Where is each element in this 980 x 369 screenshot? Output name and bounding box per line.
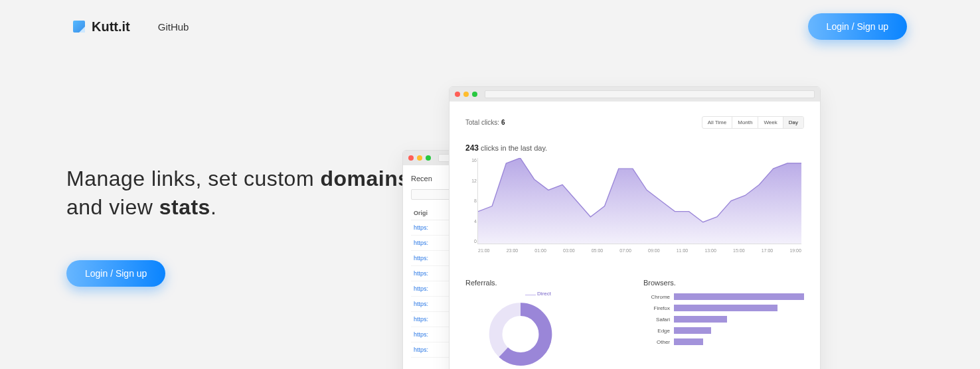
sub-charts: Referrals. Direct Browsers. ChromeFirefo… xyxy=(465,279,804,366)
bar-label: Other xyxy=(643,339,670,345)
bar xyxy=(674,327,711,334)
login-signup-button[interactable]: Login / Sign up xyxy=(808,13,907,40)
close-icon xyxy=(408,155,414,161)
link-cell[interactable]: https: xyxy=(414,285,428,292)
window-titlebar xyxy=(449,87,820,102)
bar-label: Safari xyxy=(643,317,670,323)
address-bar xyxy=(485,90,815,98)
x-tick: 11:00 xyxy=(677,248,689,253)
stats-body: Total clicks: 6 All TimeMonthWeekDay 243… xyxy=(449,102,820,369)
link-cell[interactable]: https: xyxy=(414,346,428,353)
clicks-summary-value: 243 xyxy=(465,143,479,153)
total-clicks-value: 6 xyxy=(501,119,505,126)
stats-header: Total clicks: 6 All TimeMonthWeekDay xyxy=(465,116,804,129)
x-tick: 03:00 xyxy=(563,248,575,253)
referrals-chart: Referrals. Direct xyxy=(465,279,623,366)
clicks-summary-suffix: clicks in the last day. xyxy=(479,144,547,152)
maximize-icon xyxy=(472,92,477,97)
x-tick: 17:00 xyxy=(762,248,774,253)
preview-area: Recen Origi https:https:https:https:http… xyxy=(402,86,827,369)
y-tick: 12 xyxy=(466,179,477,183)
bar-row: Edge xyxy=(643,327,804,334)
bar-row: Chrome xyxy=(643,293,804,300)
hero-line2-bold: stats xyxy=(159,195,210,219)
bar-row: Safari xyxy=(643,316,804,323)
y-tick: 0 xyxy=(466,239,477,244)
time-range-picker: All TimeMonthWeekDay xyxy=(702,116,804,129)
time-range-option[interactable]: Week xyxy=(758,117,782,128)
clicks-summary: 243 clicks in the last day. xyxy=(465,143,804,153)
hero-cta: Login / Sign up xyxy=(66,260,412,287)
browsers-title: Browsers. xyxy=(643,279,804,287)
donut-direct-label: Direct xyxy=(537,291,551,297)
referrals-donut: Direct xyxy=(484,293,557,366)
total-clicks-label: Total clicks: xyxy=(465,119,501,126)
y-tick: 8 xyxy=(466,198,477,203)
bar xyxy=(674,293,804,300)
bar-label: Firefox xyxy=(643,305,670,311)
browsers-chart: Browsers. ChromeFirefoxSafariEdgeOther xyxy=(643,279,804,366)
close-icon xyxy=(455,92,460,97)
referrals-title: Referrals. xyxy=(465,279,623,287)
link-cell[interactable]: https: xyxy=(414,240,428,246)
minimize-icon xyxy=(417,155,422,161)
time-range-option[interactable]: Day xyxy=(783,117,803,128)
minimize-icon xyxy=(463,92,469,97)
hero-headline: Manage links, set custom domains and vie… xyxy=(66,165,412,222)
time-range-option[interactable]: All Time xyxy=(702,117,732,128)
link-cell[interactable]: https: xyxy=(414,331,428,338)
x-tick: 13:00 xyxy=(704,248,716,253)
x-tick: 09:00 xyxy=(648,248,660,253)
bar-row: Firefox xyxy=(643,305,804,311)
hero-line1-bold: domains xyxy=(320,167,410,190)
logo-icon xyxy=(73,21,85,33)
chart-y-ticks: 1612840 xyxy=(466,158,477,244)
donut-svg xyxy=(484,293,557,366)
preview-stats-window: Total clicks: 6 All TimeMonthWeekDay 243… xyxy=(449,86,821,369)
link-cell[interactable]: https: xyxy=(414,301,428,307)
browsers-bars: ChromeFirefoxSafariEdgeOther xyxy=(643,293,804,345)
header: Kutt.it GitHub Login / Sign up xyxy=(0,0,980,53)
bar-label: Edge xyxy=(643,328,670,334)
link-cell[interactable]: https: xyxy=(414,270,428,277)
maximize-icon xyxy=(426,155,431,161)
x-tick: 05:00 xyxy=(592,248,604,253)
time-range-option[interactable]: Month xyxy=(732,117,758,128)
bar xyxy=(674,338,703,345)
hero: Manage links, set custom domains and vie… xyxy=(66,165,412,287)
x-tick: 23:00 xyxy=(507,248,519,253)
nav-github-link[interactable]: GitHub xyxy=(158,21,189,33)
link-cell[interactable]: https: xyxy=(414,255,428,261)
hero-line2-post: . xyxy=(210,195,216,219)
x-tick: 01:00 xyxy=(534,248,546,253)
hero-login-signup-button[interactable]: Login / Sign up xyxy=(66,260,165,287)
y-tick: 16 xyxy=(466,158,477,163)
bar xyxy=(674,316,727,323)
hero-line1-pre: Manage links, set custom xyxy=(66,167,320,190)
area-chart-svg xyxy=(478,158,801,244)
hero-line2-pre: and view xyxy=(66,195,159,219)
brand-name: Kutt.it xyxy=(92,19,130,35)
bar-row: Other xyxy=(643,338,804,345)
y-tick: 4 xyxy=(466,219,477,224)
bar-label: Chrome xyxy=(643,294,670,300)
total-clicks: Total clicks: 6 xyxy=(465,119,505,126)
x-tick: 21:00 xyxy=(478,248,490,253)
link-cell[interactable]: https: xyxy=(414,224,428,231)
x-tick: 07:00 xyxy=(619,248,631,253)
bar xyxy=(674,305,777,311)
brand[interactable]: Kutt.it xyxy=(73,19,130,35)
chart-x-ticks: 21:0023:0001:0003:0005:0007:0009:0011:00… xyxy=(478,248,801,253)
x-tick: 19:00 xyxy=(789,248,801,253)
x-tick: 15:00 xyxy=(733,248,745,253)
link-cell[interactable]: https: xyxy=(414,316,428,323)
clicks-area-chart: 1612840 21:0023:0001:0003:0005:0007:0009… xyxy=(477,158,801,244)
